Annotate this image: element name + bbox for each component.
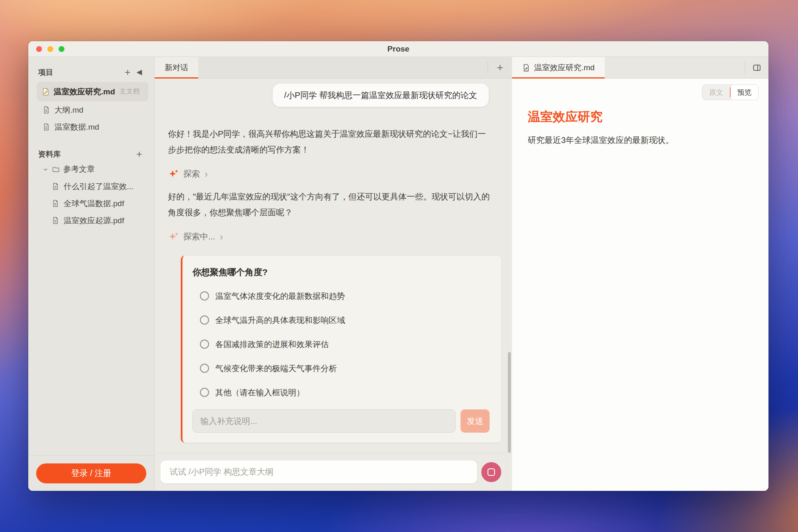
radio-option-label: 全球气温升高的具体表现和影响区域	[215, 315, 345, 326]
chat-panel: 新对话 + /小P同学 帮我构思一篇温室效应最新现状研究的论文 你好！我是小P同…	[155, 57, 512, 491]
sidebar-item-library-file[interactable]: 什么引起了温室效...	[28, 178, 154, 195]
sparkle-icon-faded	[168, 232, 179, 242]
stop-icon	[488, 468, 495, 476]
radio-option-label: 气候变化带来的极端天气事件分析	[215, 363, 337, 374]
chevron-down-icon	[42, 166, 49, 172]
projects-section-header: 项目 + ◀	[28, 66, 154, 79]
main-layout: 项目 + ◀ 温室效应研究.md 主文档	[28, 57, 768, 491]
sidebar-item-file[interactable]: 温室数据.md	[28, 118, 154, 135]
form-input-row: 发送	[192, 409, 490, 433]
chat-tabbar: 新对话 +	[155, 57, 512, 79]
radio-icon[interactable]	[200, 340, 209, 349]
tab-new-conversation[interactable]: 新对话	[155, 57, 198, 78]
document-pencil-icon	[522, 64, 530, 72]
radio-option-label: 温室气体浓度变化的最新数据和趋势	[215, 291, 345, 302]
library-header-label: 资料库	[38, 149, 133, 159]
active-tab-underline	[155, 77, 198, 79]
explore-label: 探索	[183, 168, 200, 180]
folder-name: 参考文章	[63, 164, 95, 175]
app-window: Prose 项目 + ◀	[28, 41, 768, 491]
add-library-item-button[interactable]: +	[133, 148, 145, 160]
document-title: 温室效应研究	[528, 108, 759, 126]
chat-message-list: /小P同学 帮我构思一篇温室效应最新现状研究的论文 你好！我是小P同学，很高兴帮…	[155, 79, 512, 453]
sidebar-item-library-file[interactable]: 温室效应起源.pdf	[28, 212, 154, 229]
stop-generation-button[interactable]	[481, 462, 501, 482]
radio-icon[interactable]	[200, 315, 209, 325]
desktop: { "window": { "title": "Prose" }, "sideb…	[0, 0, 798, 532]
view-mode-control-wrap: 原文 预览	[528, 84, 759, 100]
main-doc-badge: 主文档	[120, 87, 140, 96]
document-body-text: 研究最近3年全球温室效应的最新现状。	[528, 135, 759, 146]
login-register-button[interactable]: 登录 / 注册	[36, 463, 146, 483]
exploring-label: 探索中...	[183, 231, 215, 242]
document-icon	[42, 123, 50, 131]
collapse-sidebar-button[interactable]: ◀	[133, 66, 145, 78]
chat-composer-input[interactable]	[160, 461, 477, 483]
main-doc-name: 温室效应研究.md	[54, 86, 115, 97]
form-question: 你想聚焦哪个角度?	[192, 266, 490, 278]
sidebar-item-file[interactable]: 大纲.md	[28, 101, 154, 118]
sparkle-icon	[168, 169, 179, 180]
sidebar-content: 项目 + ◀ 温室效应研究.md 主文档	[28, 57, 154, 455]
chat-scrollbar[interactable]	[508, 352, 511, 453]
file-name: 温室效应起源.pdf	[64, 215, 124, 226]
preview-view-button[interactable]: 预览	[731, 85, 758, 100]
document-icon	[52, 182, 59, 190]
assistant-message: 你好！我是小P同学，很高兴帮你构思这篇关于温室效应最新现状研究的论文~让我们一步…	[168, 126, 490, 158]
view-mode-segmented-control: 原文 预览	[702, 84, 759, 100]
radio-icon[interactable]	[200, 364, 209, 373]
sidebar-footer: 登录 / 注册	[28, 455, 154, 491]
tabbar-spacer	[198, 57, 488, 78]
radio-option-label: 各国减排政策的进展和效果评估	[215, 339, 329, 350]
radio-option[interactable]: 气候变化带来的极端天气事件分析	[192, 362, 490, 374]
document-preview-panel: 温室效应研究.md 原文 预览	[512, 57, 768, 491]
new-tab-button[interactable]: +	[488, 57, 512, 78]
active-tab-underline	[512, 77, 605, 79]
tab-document-preview[interactable]: 温室效应研究.md	[512, 57, 605, 78]
split-panel-icon	[752, 63, 761, 72]
radio-icon[interactable]	[200, 291, 209, 300]
add-project-button[interactable]: +	[122, 66, 133, 78]
library-section-header: 资料库 +	[28, 148, 154, 160]
radio-option[interactable]: 各国减排政策的进展和效果评估	[192, 338, 490, 350]
window-title: Prose	[28, 44, 768, 54]
source-view-button[interactable]: 原文	[702, 85, 730, 100]
file-name: 全球气温数据.pdf	[64, 198, 124, 209]
file-name: 大纲.md	[54, 105, 84, 116]
file-name: 温室数据.md	[54, 122, 99, 133]
supplement-input[interactable]	[192, 409, 456, 433]
sidebar-item-library-file[interactable]: 全球气温数据.pdf	[28, 195, 154, 212]
radio-option[interactable]: 其他（请在输入框说明）	[192, 386, 490, 399]
radio-icon[interactable]	[200, 388, 209, 397]
explore-step-row[interactable]: 探索 ›	[168, 168, 512, 180]
document-icon	[52, 200, 59, 207]
send-button[interactable]: 发送	[461, 409, 490, 433]
focus-question-card: 你想聚焦哪个角度? 温室气体浓度变化的最新数据和趋势 全球气温升高的具体表现和影…	[181, 256, 501, 443]
preview-tabbar: 温室效应研究.md	[512, 57, 768, 79]
document-icon	[52, 217, 59, 224]
chevron-right-icon: ›	[220, 233, 223, 241]
projects-header-label: 项目	[38, 67, 122, 77]
preview-content: 原文 预览 温室效应研究 研究最近3年全球温室效应的最新现状。	[512, 79, 768, 491]
radio-option[interactable]: 全球气温升高的具体表现和影响区域	[192, 314, 490, 326]
document-icon	[42, 106, 50, 114]
sidebar-folder-reference-articles[interactable]: 参考文章	[28, 160, 154, 178]
exploring-step-row[interactable]: 探索中... ›	[168, 231, 512, 242]
preview-tab-label: 温室效应研究.md	[534, 62, 595, 73]
sidebar: 项目 + ◀ 温室效应研究.md 主文档	[28, 57, 155, 491]
composer-bar	[155, 453, 512, 491]
file-name: 什么引起了温室效...	[64, 181, 133, 192]
split-view-toggle-button[interactable]	[745, 57, 768, 78]
user-message-bubble: /小P同学 帮我构思一篇温室效应最新现状研究的论文	[273, 84, 489, 107]
radio-option[interactable]: 温室气体浓度变化的最新数据和趋势	[192, 290, 490, 302]
memo-icon	[42, 88, 50, 96]
sidebar-item-main-doc[interactable]: 温室效应研究.md 主文档	[37, 82, 148, 101]
radio-option-label: 其他（请在输入框说明）	[215, 387, 305, 398]
folder-icon	[52, 165, 60, 173]
chat-tab-label: 新对话	[165, 62, 188, 73]
assistant-message: 好的，"最近几年温室效应的现状"这个方向有了，但还可以更具体一些。现状可以切入的…	[168, 189, 490, 220]
titlebar: Prose	[28, 41, 768, 57]
chevron-right-icon: ›	[204, 170, 208, 178]
tabbar-spacer	[605, 57, 745, 78]
